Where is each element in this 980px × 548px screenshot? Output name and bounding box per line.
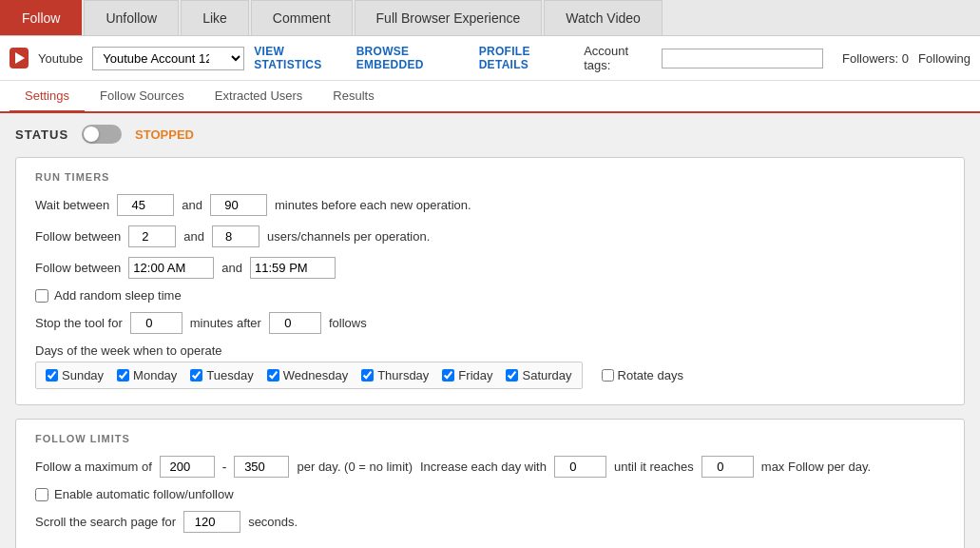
day-tuesday: Tuesday: [190, 368, 253, 382]
account-select[interactable]: Youtube Account 12: [92, 47, 244, 70]
day-sunday: Sunday: [46, 368, 104, 382]
day-thursday: Thursday: [361, 368, 429, 382]
wait-max-input[interactable]: [210, 194, 267, 216]
follow-between-count-row: Follow between and users/channels per op…: [35, 225, 945, 247]
run-timers-title: RUN TIMERS: [35, 171, 945, 183]
increase-label: Increase each day with: [420, 460, 547, 474]
stop-minutes-input[interactable]: [130, 312, 183, 334]
stop-tool-row: Stop the tool for minutes after follows: [35, 312, 945, 334]
scroll-label: Scroll the search page for: [35, 515, 176, 529]
saturday-label: Saturday: [522, 368, 571, 382]
max-follow-max-input[interactable]: [234, 456, 289, 478]
tab-watch-video[interactable]: Watch Video: [544, 0, 663, 35]
random-sleep-label: Add random sleep time: [54, 288, 182, 303]
account-row: Youtube Youtube Account 12 VIEW STATISTI…: [0, 36, 980, 81]
youtube-icon: [10, 48, 29, 68]
stop-tool-label: Stop the tool for: [35, 316, 123, 330]
follow-max-input[interactable]: [212, 225, 259, 247]
tuesday-checkbox[interactable]: [190, 369, 202, 382]
youtube-label: Youtube: [38, 51, 83, 66]
wait-and-text: and: [182, 198, 202, 212]
stop-follows-input[interactable]: [269, 312, 321, 334]
max-follow-row: Follow a maximum of - per day. (0 = no l…: [35, 456, 945, 478]
view-statistics-link[interactable]: VIEW STATISTICS: [254, 45, 346, 71]
max-follow-dash: -: [222, 460, 227, 475]
max-follow-min-input[interactable]: [160, 456, 215, 478]
days-label: Days of the week when to operate: [35, 343, 945, 358]
wait-between-row: Wait between and minutes before each new…: [35, 194, 945, 216]
following-count: Following: [918, 51, 970, 66]
wait-min-input[interactable]: [117, 194, 174, 216]
saturday-checkbox[interactable]: [506, 369, 518, 382]
days-section: Days of the week when to operate Sunday …: [35, 343, 945, 389]
max-follow-label: Follow a maximum of: [35, 460, 152, 474]
sunday-label: Sunday: [62, 368, 104, 382]
thursday-label: Thursday: [377, 368, 429, 382]
stop-after-text: minutes after: [190, 316, 261, 330]
thursday-checkbox[interactable]: [361, 369, 374, 382]
follow-limits-section: FOLLOW LIMITS Follow a maximum of - per …: [15, 419, 965, 548]
tab-comment[interactable]: Comment: [251, 0, 353, 35]
tab-full-browser[interactable]: Full Browser Experience: [355, 0, 543, 35]
day-saturday: Saturday: [506, 368, 571, 382]
tab-follow[interactable]: Follow: [0, 0, 82, 35]
follow-and-text: and: [183, 229, 204, 244]
time-and-text: and: [221, 261, 242, 275]
wednesday-checkbox[interactable]: [267, 369, 279, 382]
subtab-extracted-users[interactable]: Extracted Users: [200, 81, 317, 113]
follow-times-label: Follow between: [35, 261, 121, 275]
random-sleep-checkbox[interactable]: [35, 289, 48, 303]
day-friday: Friday: [442, 368, 492, 382]
friday-checkbox[interactable]: [442, 369, 454, 382]
until-suffix: max Follow per day.: [761, 460, 871, 474]
browse-embedded-link[interactable]: BROWSE EMBEDDED: [356, 45, 470, 71]
status-toggle[interactable]: [82, 125, 122, 144]
tuesday-label: Tuesday: [206, 368, 253, 382]
day-monday: Monday: [117, 368, 177, 382]
profile-details-link[interactable]: PROFILE DETAILS: [479, 45, 575, 71]
increase-value-input[interactable]: [554, 456, 606, 478]
days-box: Sunday Monday Tuesday Wednesday: [35, 362, 583, 389]
until-label: until it reaches: [614, 460, 694, 474]
status-label: STATUS: [15, 127, 68, 142]
scroll-row: Scroll the search page for seconds.: [35, 511, 945, 533]
status-row: STATUS STOPPED: [15, 125, 965, 144]
follow-between-time-row: Follow between and: [35, 257, 945, 279]
auto-follow-row: Enable automatic follow/unfollow: [35, 487, 945, 501]
followers-count: Followers: 0: [842, 51, 909, 66]
follow-min-input[interactable]: [128, 225, 176, 247]
status-state: STOPPED: [135, 127, 194, 142]
tab-like[interactable]: Like: [181, 0, 249, 35]
top-tab-bar: Follow Unfollow Like Comment Full Browse…: [0, 0, 980, 36]
rotate-days-row: Rotate days: [602, 368, 683, 382]
follow-time-start-input[interactable]: [128, 257, 214, 279]
random-sleep-row: Add random sleep time: [35, 288, 945, 303]
stop-follows-label: follows: [329, 316, 367, 330]
sub-tab-bar: Settings Follow Sources Extracted Users …: [0, 81, 980, 113]
scroll-seconds-input[interactable]: [183, 511, 240, 533]
rotate-days-label: Rotate days: [618, 368, 683, 382]
monday-checkbox[interactable]: [117, 369, 129, 382]
account-tags-label: Account tags:: [584, 44, 652, 72]
account-tags-input[interactable]: [662, 49, 823, 68]
subtab-results[interactable]: Results: [317, 81, 389, 113]
monday-label: Monday: [133, 368, 177, 382]
subtab-follow-sources[interactable]: Follow Sources: [85, 81, 200, 113]
follow-limits-title: FOLLOW LIMITS: [35, 433, 945, 444]
until-value-input[interactable]: [701, 456, 754, 478]
main-content: STATUS STOPPED RUN TIMERS Wait between a…: [0, 113, 980, 548]
follow-time-end-input[interactable]: [250, 257, 336, 279]
run-timers-section: RUN TIMERS Wait between and minutes befo…: [15, 157, 965, 405]
auto-follow-checkbox[interactable]: [35, 488, 48, 501]
wednesday-label: Wednesday: [283, 368, 348, 382]
sunday-checkbox[interactable]: [46, 369, 58, 382]
subtab-settings[interactable]: Settings: [10, 81, 85, 113]
wait-between-label: Wait between: [35, 198, 109, 212]
follow-between-label: Follow between: [35, 229, 121, 244]
rotate-days-checkbox[interactable]: [602, 369, 614, 382]
friday-label: Friday: [458, 368, 492, 382]
scroll-suffix: seconds.: [248, 515, 298, 529]
wait-suffix: minutes before each new operation.: [275, 198, 471, 212]
tab-unfollow[interactable]: Unfollow: [84, 0, 179, 35]
follow-suffix: users/channels per operation.: [267, 229, 430, 244]
